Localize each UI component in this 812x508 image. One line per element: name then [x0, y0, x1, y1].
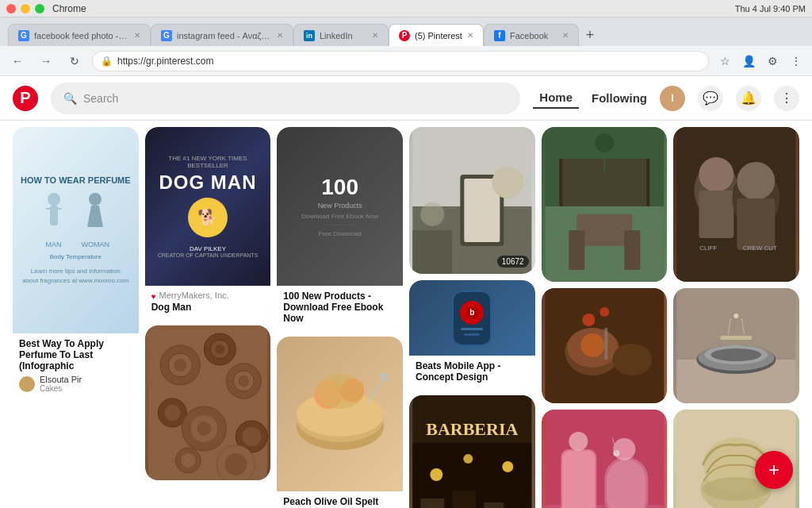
svg-point-67 — [582, 314, 595, 326]
back-button[interactable]: ← — [6, 50, 29, 72]
tab-close-1[interactable]: ✕ — [134, 31, 140, 40]
pinterest-logo[interactable]: P — [13, 86, 38, 111]
pin-card-food[interactable]: ⋯ — [542, 288, 668, 403]
tab-favicon-4: P — [399, 30, 410, 41]
bookmark-star-icon[interactable]: ☆ — [715, 52, 734, 71]
fullscreen-button[interactable] — [35, 4, 44, 13]
add-pin-button[interactable]: + — [755, 451, 793, 489]
pin-info-beats: Beats Mobile App - Concept Design — [409, 356, 535, 389]
svg-point-59 — [595, 133, 614, 152]
svg-point-21 — [242, 427, 261, 446]
svg-line-32 — [368, 379, 384, 402]
pin-card-products[interactable]: 100 New Products Download Free Ebook Now… — [277, 127, 403, 330]
svg-rect-58 — [624, 230, 640, 270]
mac-menu-bar: Thu 4 Jul 9:40 PM — [735, 4, 806, 13]
svg-point-14 — [238, 375, 249, 387]
svg-text:BARBERIA: BARBERIA — [426, 419, 518, 439]
pin-info-dogman: ♥ MerryMakers, Inc. Dog Man — [145, 286, 271, 319]
masonry-container: HOW TO WEAR PERFUME MAN WOMAN Body Tempe… — [0, 121, 812, 508]
pin-card-barberia[interactable]: BARBERIA ⋯ — [409, 395, 535, 508]
url-bar[interactable]: 🔒 https://gr.pinterest.com — [92, 51, 709, 71]
pin-card-cake[interactable]: Peach Olive Oil Spelt Cake 🕐 55 minutes … — [277, 337, 403, 508]
url-text: https://gr.pinterest.com — [117, 56, 700, 67]
svg-text:CREW CUT: CREW CUT — [743, 244, 777, 252]
profile-icon[interactable]: 👤 — [739, 52, 758, 71]
svg-point-19 — [197, 421, 211, 436]
pin-card-men-hair[interactable]: CLIFF CREW CUT ⋯ — [673, 127, 799, 282]
pin-title-products: 100 New Products - Download Free Ebook N… — [283, 291, 396, 324]
svg-point-45 — [463, 454, 473, 464]
pin-card-beats[interactable]: b Beats Mobile App - Concept Design ⋯ — [409, 280, 535, 389]
extensions-icon[interactable]: ⚙ — [763, 52, 782, 71]
svg-point-40 — [420, 202, 444, 226]
svg-rect-57 — [569, 230, 584, 270]
pin-info-products: 100 New Products - Download Free Ebook N… — [277, 286, 403, 330]
home-nav-link[interactable]: Home — [533, 87, 579, 109]
pinterest-app: P 🔍 Search Home Following I 💬 🔔 ⋮ HOW TO… — [0, 76, 812, 508]
new-tab-button[interactable]: + — [579, 24, 601, 46]
notifications-icon-button[interactable]: 🔔 — [736, 86, 761, 111]
tab-facebook[interactable]: f Facebook ✕ — [484, 24, 579, 46]
pin-card-patio[interactable]: ⋯ — [542, 127, 668, 282]
svg-point-0 — [48, 193, 60, 206]
heart-icon-dogman: ♥ — [151, 292, 156, 301]
masonry-grid: HOW TO WEAR PERFUME MAN WOMAN Body Tempe… — [13, 127, 799, 508]
svg-point-44 — [430, 468, 442, 481]
tab-close-2[interactable]: ✕ — [277, 31, 283, 40]
tab-close-3[interactable]: ✕ — [372, 31, 378, 40]
svg-point-25 — [224, 453, 247, 475]
pin-card-perfume[interactable]: HOW TO WEAR PERFUME MAN WOMAN Body Tempe… — [13, 127, 139, 399]
tab-title-2: instagram feed - Αναζήτηση G... — [177, 31, 272, 40]
settings-icon-button[interactable]: ⋮ — [774, 86, 799, 111]
svg-point-46 — [502, 461, 513, 472]
tab-title-5: Facebook — [510, 31, 557, 40]
svg-point-33 — [378, 371, 389, 382]
svg-text:CLIFF: CLIFF — [699, 244, 717, 252]
tab-instagram-feed[interactable]: G instagram feed - Αναζήτηση G... ✕ — [151, 24, 293, 46]
tab-facebook-feed[interactable]: G facebook feed photo - Αναζήτηση... ✕ — [8, 24, 151, 46]
tab-pinterest[interactable]: P (5) Pinterest ✕ — [389, 24, 484, 46]
time-display: Thu 4 Jul 9:40 PM — [735, 4, 806, 13]
pin-card-room[interactable]: 10672 ⋯ — [409, 127, 535, 274]
tab-title-1: facebook feed photo - Αναζήτηση... — [34, 31, 129, 40]
svg-point-64 — [580, 333, 604, 357]
tab-close-4[interactable]: ✕ — [467, 31, 473, 40]
svg-rect-56 — [576, 214, 632, 246]
svg-point-11 — [215, 344, 224, 354]
svg-rect-48 — [452, 491, 476, 508]
svg-rect-82 — [699, 190, 734, 238]
tab-favicon-2: G — [161, 30, 172, 41]
chat-icon-button[interactable]: 💬 — [698, 86, 723, 111]
header-nav: Home Following I 💬 🔔 ⋮ — [533, 86, 799, 111]
following-nav-link[interactable]: Following — [592, 91, 647, 105]
svg-point-93 — [711, 348, 762, 361]
svg-point-68 — [599, 307, 609, 317]
pin-card-cocktail[interactable]: recipe: VANILLA BEAN & FIG COCKTAIL ⋯ — [542, 410, 668, 508]
svg-rect-66 — [604, 328, 607, 360]
svg-point-73 — [569, 432, 588, 451]
traffic-lights — [6, 4, 44, 13]
svg-point-65 — [612, 344, 652, 375]
pin-card-dogman[interactable]: THE #1 NEW YORK TIMES BESTSELLER DOG MAN… — [145, 127, 271, 319]
menu-icon[interactable]: ⋮ — [787, 52, 806, 71]
user-mini-avatar — [19, 376, 35, 392]
user-avatar[interactable]: I — [660, 86, 685, 111]
tab-title-4: (5) Pinterest — [415, 31, 462, 40]
pin-card-woodwall[interactable]: ⋯ — [145, 325, 271, 480]
tab-favicon-1: G — [18, 30, 29, 41]
close-button[interactable] — [6, 4, 16, 13]
tab-close-5[interactable]: ✕ — [562, 31, 569, 40]
user-info-perfume: Elsouta Pir Cakes — [19, 375, 132, 393]
svg-point-31 — [316, 374, 364, 409]
svg-rect-49 — [484, 502, 504, 508]
reload-button[interactable]: ↻ — [63, 50, 86, 72]
minimize-button[interactable] — [21, 4, 30, 13]
tab-title-3: LinkedIn — [320, 31, 367, 40]
pin-card-tire[interactable]: ⋯ — [673, 288, 799, 403]
tab-linkedin[interactable]: in LinkedIn ✕ — [293, 24, 389, 46]
search-bar[interactable]: 🔍 Search — [51, 83, 520, 114]
app-name: Chrome — [52, 3, 86, 14]
forward-button[interactable]: → — [35, 50, 57, 72]
pin-title-perfume: Best Way To Apply Perfume To Last (Infog… — [19, 338, 132, 371]
svg-point-84 — [737, 162, 776, 200]
